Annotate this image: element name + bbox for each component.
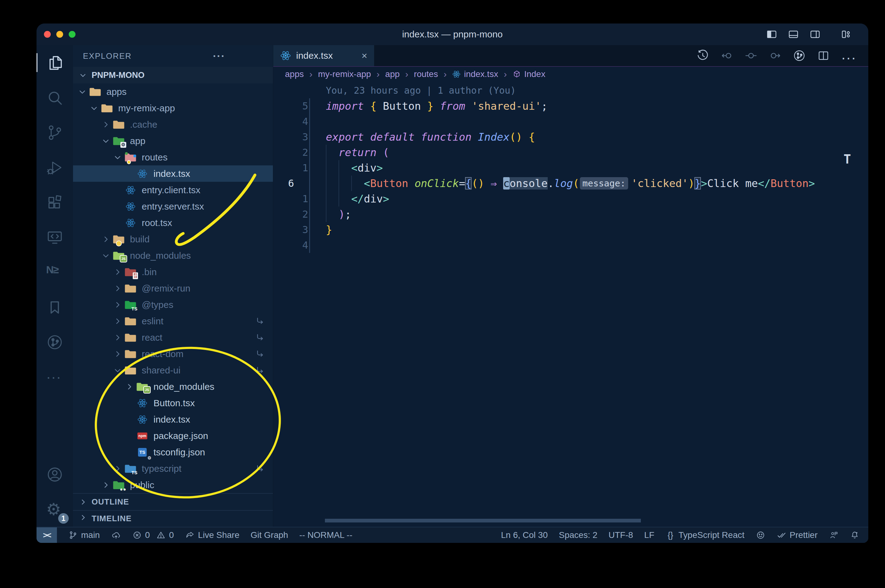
chevron-down-icon[interactable] bbox=[99, 252, 112, 260]
chevron-down-icon[interactable] bbox=[76, 88, 89, 96]
toggle-secondary-sidebar-icon[interactable] bbox=[809, 29, 821, 40]
status-cursor-position[interactable]: Ln 6, Col 30 bbox=[501, 527, 548, 543]
tree-item--remix-run[interactable]: @remix-run bbox=[73, 280, 273, 297]
status-problems[interactable]: 00 bbox=[132, 527, 174, 543]
chevron-right-icon[interactable] bbox=[111, 318, 124, 325]
views-more-actions-icon[interactable]: ··· bbox=[213, 50, 225, 62]
status-encoding[interactable]: UTF-8 bbox=[609, 527, 633, 543]
code-line[interactable]: 1 <div> bbox=[273, 160, 868, 176]
chevron-right-icon[interactable] bbox=[111, 301, 124, 309]
activity-run-and-debug-icon[interactable] bbox=[36, 150, 73, 185]
status-live-share[interactable]: Live Share bbox=[185, 527, 239, 543]
breadcrumb-item-my-remix-app[interactable]: my-remix-app bbox=[318, 69, 371, 79]
activity-remote-explorer-icon[interactable] bbox=[36, 220, 73, 255]
tree-item-routes[interactable]: routes bbox=[73, 149, 273, 165]
tree-item-shared-ui[interactable]: shared-ui bbox=[73, 362, 273, 378]
activity-explorer-icon[interactable] bbox=[36, 45, 73, 80]
activity-extensions-icon[interactable] bbox=[36, 185, 73, 220]
chevron-right-icon[interactable] bbox=[111, 465, 124, 472]
toggle-primary-sidebar-icon[interactable] bbox=[766, 29, 778, 40]
tree-item-package-json[interactable]: npmpackage.json bbox=[73, 428, 273, 444]
split-editor-icon[interactable] bbox=[817, 49, 830, 62]
zoom-window-button[interactable] bbox=[69, 31, 75, 38]
tree-item-entry-server-tsx[interactable]: entry.server.tsx bbox=[73, 198, 273, 214]
tab-index-tsx[interactable]: index.tsx × bbox=[273, 45, 374, 66]
activity-nx-console-icon[interactable]: N≥ bbox=[36, 255, 73, 290]
activity-source-control-icon[interactable] bbox=[36, 115, 73, 150]
code-editor[interactable]: You, 23 hours ago | 1 author (You)5impor… bbox=[273, 82, 868, 527]
tree-item--bin[interactable]: 0110.bin bbox=[73, 264, 273, 280]
tree-item-typescript[interactable]: TStypescript bbox=[73, 460, 273, 477]
code-line[interactable]: 3export default function Index() { bbox=[273, 129, 868, 145]
gitlens-previous-change-icon[interactable] bbox=[720, 49, 733, 62]
breadcrumb-item-index-tsx[interactable]: index.tsx bbox=[452, 69, 498, 79]
horizontal-scrollbar[interactable] bbox=[325, 519, 641, 522]
code-line[interactable]: 4 bbox=[273, 114, 868, 129]
gitlens-changes-icon[interactable] bbox=[745, 49, 757, 62]
chevron-right-icon[interactable] bbox=[111, 350, 124, 358]
chevron-right-icon[interactable] bbox=[111, 285, 124, 292]
chevron-down-icon[interactable] bbox=[111, 154, 124, 161]
breadcrumb-item-apps[interactable]: apps bbox=[285, 69, 304, 79]
status-remote-indicator[interactable]: >< bbox=[36, 527, 57, 543]
status-copilot[interactable] bbox=[756, 527, 766, 543]
close-window-button[interactable] bbox=[44, 31, 51, 38]
breadcrumb-item-routes[interactable]: routes bbox=[414, 69, 438, 79]
workspace-section-header[interactable]: PNPM-MONO bbox=[73, 67, 273, 84]
timeline-section[interactable]: TIMELINE bbox=[73, 510, 273, 527]
tree-item-public[interactable]: ☻☻public bbox=[73, 477, 273, 493]
tree-item-app[interactable]: ⚙app bbox=[73, 133, 273, 149]
chevron-down-icon[interactable] bbox=[99, 137, 112, 145]
toggle-panel-icon[interactable] bbox=[787, 29, 799, 40]
tree-item-eslint[interactable]: eslint bbox=[73, 313, 273, 329]
chevron-right-icon[interactable] bbox=[99, 482, 112, 489]
chevron-down-icon[interactable] bbox=[111, 367, 124, 374]
gitlens-graph-icon[interactable] bbox=[793, 49, 806, 62]
activity-bookmarks-icon[interactable] bbox=[36, 290, 73, 325]
breadcrumb-item-index[interactable]: Index bbox=[512, 69, 546, 79]
code-line[interactable]: 3} bbox=[273, 222, 868, 237]
status-formatter-prettier[interactable]: Prettier bbox=[777, 527, 817, 543]
status-notifications[interactable] bbox=[850, 527, 859, 543]
activity-search-icon[interactable] bbox=[36, 80, 73, 115]
chevron-right-icon[interactable] bbox=[99, 236, 112, 243]
tree-item-index-tsx[interactable]: index.tsx bbox=[73, 165, 273, 182]
chevron-right-icon[interactable] bbox=[111, 268, 124, 276]
chevron-right-icon[interactable] bbox=[123, 383, 135, 390]
tree-item-node-modules[interactable]: JSnode_modules bbox=[73, 248, 273, 264]
close-tab-icon[interactable]: × bbox=[361, 50, 367, 62]
outline-section[interactable]: OUTLINE bbox=[73, 493, 273, 510]
tree-item-tsconfig-json[interactable]: TS⚙tsconfig.json bbox=[73, 444, 273, 460]
tree-item-root-tsx[interactable]: root.tsx bbox=[73, 214, 273, 231]
tree-item-button-tsx[interactable]: Button.tsx bbox=[73, 395, 273, 411]
code-line[interactable]: 2 return ( bbox=[273, 145, 868, 160]
gitlens-next-change-icon[interactable] bbox=[769, 49, 782, 62]
tree-item-index-tsx[interactable]: index.tsx bbox=[73, 411, 273, 428]
tree-item-react[interactable]: react bbox=[73, 329, 273, 346]
more-actions-icon[interactable]: ··· bbox=[841, 49, 854, 62]
status-vim-mode[interactable]: -- NORMAL -- bbox=[299, 527, 352, 543]
status-indentation[interactable]: Spaces: 2 bbox=[559, 527, 598, 543]
code-line[interactable]: 5import { Button } from 'shared-ui'; bbox=[273, 98, 868, 114]
activity-gitlens-icon[interactable] bbox=[36, 325, 73, 360]
tree-item-node-modules[interactable]: JSnode_modules bbox=[73, 378, 273, 395]
activity-settings-icon[interactable]: ⚙1 bbox=[36, 492, 73, 527]
activity-accounts-icon[interactable] bbox=[36, 457, 73, 492]
tree-item-entry-client-tsx[interactable]: entry.client.tsx bbox=[73, 182, 273, 198]
code-line[interactable]: 6 <Button onClick={() ⇒ console.log(mess… bbox=[273, 176, 868, 191]
chevron-right-icon[interactable] bbox=[99, 121, 112, 128]
tree-item-apps[interactable]: apps bbox=[73, 84, 273, 100]
status-sync-changes[interactable] bbox=[111, 527, 121, 543]
chevron-right-icon[interactable] bbox=[111, 334, 124, 341]
status-language-mode[interactable]: {}TypeScript React bbox=[665, 527, 745, 543]
tree-item--cache[interactable]: .cache bbox=[73, 116, 273, 133]
breadcrumb-item-app[interactable]: app bbox=[385, 69, 400, 79]
code-line[interactable]: 4 bbox=[273, 237, 868, 253]
status-eol[interactable]: LF bbox=[644, 527, 655, 543]
activity-more-views-icon[interactable]: ··· bbox=[36, 360, 73, 394]
status-git-graph[interactable]: Git Graph bbox=[251, 527, 288, 543]
tree-item-build[interactable]: build bbox=[73, 231, 273, 248]
customize-layout-icon[interactable] bbox=[840, 29, 852, 40]
tree-item-react-dom[interactable]: react-dom bbox=[73, 346, 273, 362]
status-feedback[interactable] bbox=[829, 527, 838, 543]
